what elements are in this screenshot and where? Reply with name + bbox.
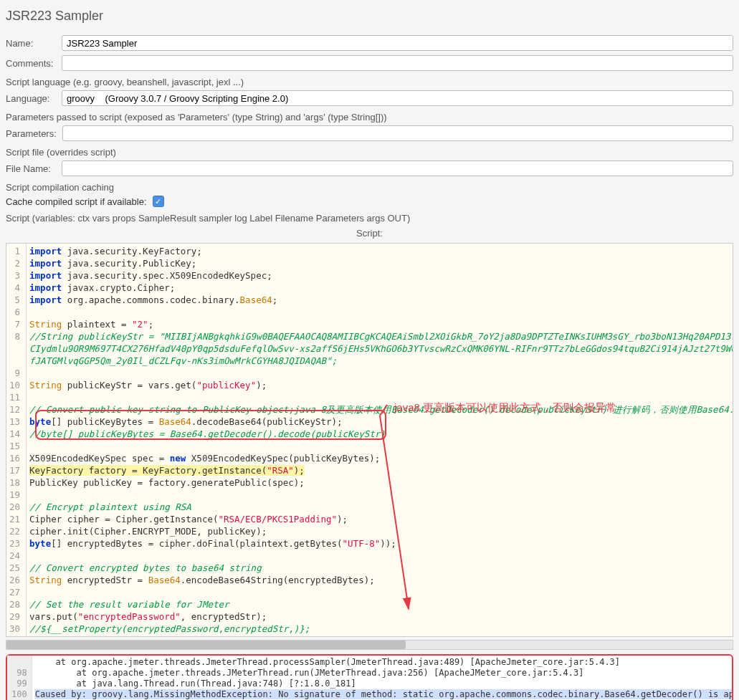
editor-scrollbar[interactable] [6,640,733,650]
cache-label: Cache compiled script if available: [6,196,147,207]
cache-section: Script compilation caching [6,182,733,193]
comments-input[interactable] [62,55,733,71]
parameters-input[interactable] [62,125,733,141]
script-language-section: Script language (e.g. groovy, beanshell,… [6,77,733,87]
filename-label: File Name: [6,163,56,174]
filename-input[interactable] [62,160,733,176]
log-panel[interactable]: 9899100101102103104 at org.apache.jmeter… [6,654,733,700]
script-editor[interactable]: 12345678 9101112131415161718192021222324… [6,243,733,637]
page-title: JSR223 Sampler [6,6,733,27]
script-vars-section: Script (variables: ctx vars props Sample… [6,213,733,224]
script-label: Script: [6,228,733,239]
name-input[interactable] [62,35,733,51]
language-label: Language: [6,93,56,104]
comments-label: Comments: [6,58,56,69]
parameters-section: Parameters passed to script (exposed as … [6,112,733,123]
name-label: Name: [6,38,56,49]
script-file-section: Script file (overrides script) [6,147,733,158]
language-select[interactable] [62,90,733,106]
annotation-text: java8 更高版本可以使用此方式，否则会报异常 [394,401,616,415]
parameters-label: Parameters: [6,128,57,139]
cache-checkbox[interactable]: ✓ [153,196,164,207]
